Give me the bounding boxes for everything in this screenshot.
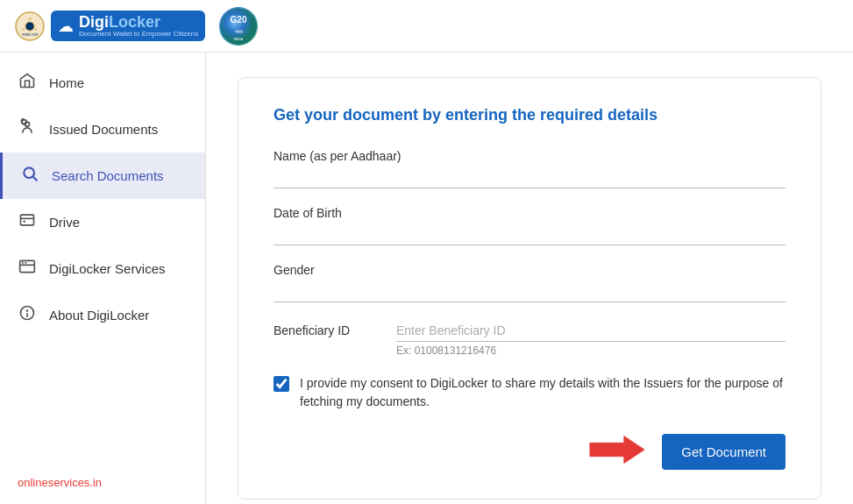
consent-checkbox[interactable] bbox=[274, 376, 289, 392]
sidebar-label-search-docs: Search Documents bbox=[52, 168, 164, 183]
digi-text: DigiLocker bbox=[79, 14, 198, 30]
issued-docs-icon bbox=[18, 118, 37, 140]
sidebar-label-issued-docs: Issued Documents bbox=[49, 122, 158, 137]
cloud-icon: ☁ bbox=[58, 17, 74, 36]
main-content: Get your document by entering the requir… bbox=[206, 53, 853, 504]
dob-input[interactable] bbox=[274, 224, 785, 245]
beneficiary-field-group: Beneficiary ID Ex: 01008131216476 bbox=[274, 320, 785, 357]
g20-logo: G20 भारत INDIA bbox=[219, 7, 258, 46]
gender-field-group: Gender bbox=[274, 263, 785, 302]
svg-text:G20: G20 bbox=[231, 15, 247, 25]
dob-label: Date of Birth bbox=[274, 206, 785, 220]
arrow-indicator bbox=[586, 432, 648, 471]
gender-input[interactable] bbox=[274, 280, 785, 302]
document-form-card: Get your document by entering the requir… bbox=[238, 77, 821, 500]
sidebar-item-search-documents[interactable]: Search Documents bbox=[0, 153, 205, 199]
home-icon bbox=[18, 72, 37, 94]
consent-row: I provide my consent to DigiLocker to sh… bbox=[274, 374, 785, 411]
svg-point-13 bbox=[22, 120, 26, 124]
logo-subtitle: Document Wallet to Empower Citizens bbox=[79, 30, 198, 38]
header: ★ ★ ★ सत्यमेव जयते ☁ DigiLocker Document… bbox=[0, 0, 853, 53]
svg-line-15 bbox=[33, 177, 38, 181]
svg-point-14 bbox=[24, 167, 34, 178]
gender-label: Gender bbox=[274, 263, 785, 277]
footer-link[interactable]: onlineservices.in bbox=[18, 476, 102, 489]
sidebar-item-digilocker-services[interactable]: DigiLocker Services bbox=[0, 245, 205, 292]
svg-point-1 bbox=[25, 22, 34, 31]
beneficiary-input[interactable] bbox=[396, 320, 785, 342]
svg-text:★: ★ bbox=[34, 27, 38, 32]
svg-text:★: ★ bbox=[22, 27, 25, 32]
get-document-button[interactable]: Get Document bbox=[662, 434, 785, 470]
sidebar-label-about: About DigiLocker bbox=[49, 308, 149, 323]
sidebar-label-drive: Drive bbox=[49, 215, 80, 230]
name-input[interactable] bbox=[274, 167, 785, 188]
sidebar-bottom: onlineservices.in bbox=[0, 460, 205, 504]
drive-icon bbox=[18, 211, 37, 233]
sidebar-label-home: Home bbox=[49, 75, 84, 90]
logo-text-group: DigiLocker Document Wallet to Empower Ci… bbox=[79, 14, 198, 38]
sidebar: Home Issued Documents Search Documen bbox=[0, 53, 206, 504]
beneficiary-hint: Ex: 01008131216476 bbox=[396, 344, 785, 357]
sidebar-label-services: DigiLocker Services bbox=[49, 261, 166, 276]
svg-text:भारत: भारत bbox=[235, 29, 244, 34]
sidebar-item-issued-documents[interactable]: Issued Documents bbox=[0, 106, 205, 153]
g20-circle: G20 भारत INDIA bbox=[219, 7, 258, 46]
sidebar-item-about[interactable]: About DigiLocker bbox=[0, 292, 205, 338]
services-icon bbox=[18, 258, 37, 280]
sidebar-item-drive[interactable]: Drive bbox=[0, 199, 205, 245]
svg-text:INDIA: INDIA bbox=[234, 37, 244, 41]
consent-text: I provide my consent to DigiLocker to sh… bbox=[300, 374, 785, 411]
sidebar-item-home[interactable]: Home bbox=[0, 60, 205, 106]
action-row: Get Document bbox=[274, 432, 785, 471]
form-title: Get your document by entering the requir… bbox=[274, 106, 785, 124]
name-field-group: Name (as per Aadhaar) bbox=[274, 149, 785, 188]
beneficiary-label: Beneficiary ID bbox=[274, 323, 379, 337]
svg-marker-26 bbox=[590, 436, 644, 463]
name-label: Name (as per Aadhaar) bbox=[274, 149, 785, 163]
svg-rect-16 bbox=[21, 215, 34, 225]
main-layout: Home Issued Documents Search Documen bbox=[0, 53, 853, 504]
svg-text:सत्यमेव जयते: सत्यमेव जयते bbox=[21, 32, 39, 37]
government-emblem: ★ ★ ★ सत्यमेव जयते bbox=[14, 11, 46, 42]
digilocker-logo-box: ☁ DigiLocker Document Wallet to Empower … bbox=[51, 11, 205, 41]
search-icon bbox=[20, 165, 39, 187]
dob-field-group: Date of Birth bbox=[274, 206, 785, 245]
header-logo: ★ ★ ★ सत्यमेव जयते ☁ DigiLocker Document… bbox=[14, 7, 258, 46]
info-icon bbox=[18, 304, 37, 326]
